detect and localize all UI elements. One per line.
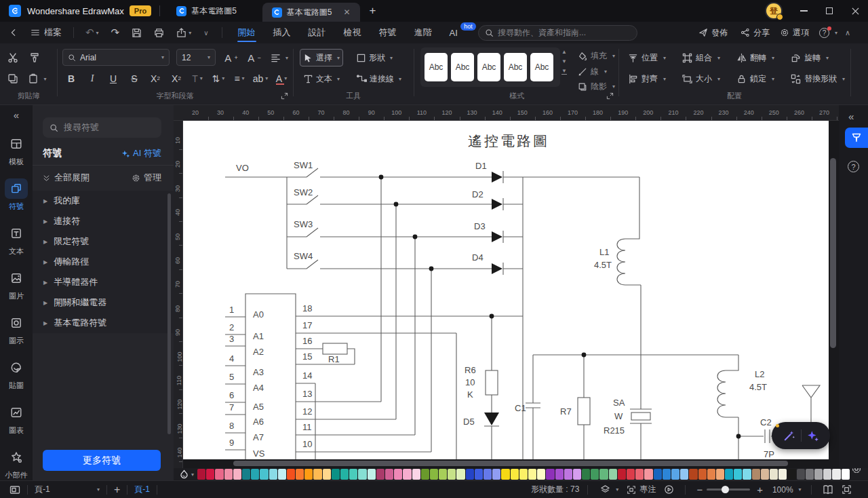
toolbar-more-button[interactable]: ∨ <box>197 22 214 43</box>
file-menu[interactable]: 檔案 <box>24 22 68 43</box>
bold-button[interactable]: B <box>62 70 80 87</box>
share-button[interactable]: 分享 <box>741 22 770 43</box>
color-swatch[interactable] <box>564 469 572 480</box>
size-button[interactable]: 大小▾ <box>682 71 720 86</box>
zoom-level-select[interactable]: 100%▾ <box>770 485 804 495</box>
panel-scrollbar[interactable] <box>167 193 171 434</box>
superscript-button[interactable]: X2 <box>146 70 164 87</box>
color-swatch[interactable] <box>287 469 295 480</box>
tool-select-button[interactable]: 選擇▾ <box>300 49 343 66</box>
back-button[interactable] <box>3 22 24 43</box>
color-swatch[interactable] <box>832 469 840 480</box>
lock-button[interactable]: 鎖定▾ <box>736 71 774 86</box>
color-swatch[interactable] <box>394 469 402 480</box>
color-swatch[interactable] <box>376 469 384 480</box>
manage-symbols-button[interactable]: 管理 <box>132 172 161 184</box>
color-swatch[interactable] <box>707 469 715 480</box>
color-swatch[interactable] <box>778 469 787 480</box>
drawing-page[interactable]: VOSW1SW2SW3SW4D1D2D3D4L14.5T123456789A0A… <box>183 121 829 459</box>
color-swatch[interactable] <box>197 469 205 480</box>
style-preset-5[interactable]: Abc <box>530 53 553 81</box>
expand-style-group-icon[interactable] <box>606 92 614 100</box>
symbol-search-input[interactable]: 搜尋符號 <box>43 117 161 138</box>
color-swatch[interactable] <box>823 469 831 480</box>
color-swatch[interactable] <box>698 469 707 480</box>
color-swatch[interactable] <box>635 469 644 480</box>
doc-tab-inactive[interactable]: 基本電路圖5 <box>168 0 245 22</box>
rotate-button[interactable]: 旋轉▾ <box>791 50 829 65</box>
color-swatch[interactable] <box>466 469 474 480</box>
zoom-knob[interactable] <box>722 486 729 493</box>
doc-tab-active[interactable]: 基本電路圖5 ✕ <box>262 3 360 22</box>
color-swatch[interactable] <box>439 469 447 480</box>
close-tab-icon[interactable]: ✕ <box>344 7 351 17</box>
color-swatch[interactable] <box>671 469 679 480</box>
magic-wand-icon[interactable] <box>783 429 795 442</box>
color-swatch[interactable] <box>215 469 223 480</box>
presentation-play-button[interactable] <box>660 484 678 495</box>
color-swatch[interactable] <box>599 469 608 480</box>
style-preset-scroll[interactable]: ▲▼▼ <box>561 49 567 75</box>
color-swatch[interactable] <box>233 469 241 480</box>
color-swatch[interactable] <box>323 469 331 480</box>
color-swatch[interactable] <box>296 469 304 480</box>
group-button[interactable]: 組合▾ <box>682 50 720 65</box>
align-button[interactable]: 對齊▾ <box>628 71 666 86</box>
subscript-button[interactable]: X2 <box>167 70 185 87</box>
color-swatch[interactable] <box>618 469 626 480</box>
font-size-select[interactable]: 12▾ <box>176 49 216 66</box>
format-painter-button[interactable] <box>26 49 43 66</box>
color-swatch[interactable] <box>475 469 483 480</box>
style-preset-2[interactable]: Abc <box>451 53 474 81</box>
color-swatch[interactable] <box>537 469 545 480</box>
menu-tab-home[interactable]: 開始 <box>229 22 264 43</box>
font-family-select[interactable]: Arial▾ <box>62 49 170 66</box>
symbol-category[interactable]: ▶限定符號 <box>33 231 174 252</box>
color-swatch[interactable] <box>412 469 420 480</box>
sidebar-item-textpanel[interactable]: 文本 <box>5 223 28 256</box>
align-button[interactable]: ▾ <box>267 49 292 66</box>
copy-button[interactable] <box>4 70 22 88</box>
color-swatch[interactable] <box>484 469 492 480</box>
page-overview-button[interactable] <box>0 484 27 495</box>
color-swatch[interactable] <box>313 469 321 480</box>
underline-button[interactable]: U <box>104 70 122 87</box>
color-swatch[interactable] <box>403 469 411 480</box>
symbol-category[interactable]: ▶半導體器件 <box>33 272 174 292</box>
redo-button[interactable]: ↷ <box>105 22 126 43</box>
ai-assistant-pill[interactable] <box>772 422 830 449</box>
color-swatch[interactable] <box>609 469 617 480</box>
more-symbols-button[interactable]: 更多符號 <box>43 450 161 471</box>
color-swatch[interactable] <box>814 469 823 480</box>
expand-font-group-icon[interactable] <box>281 92 288 100</box>
sidebar-item-widget[interactable]: 小部件 <box>5 447 28 480</box>
style-preset-3[interactable]: Abc <box>477 53 500 81</box>
color-swatch[interactable] <box>680 469 688 480</box>
paste-button[interactable]: ▾ <box>26 70 49 88</box>
color-swatch[interactable] <box>644 469 652 480</box>
char-spacing-button[interactable]: ab▾ <box>252 70 269 87</box>
color-swatch[interactable] <box>358 469 366 480</box>
color-swatch[interactable] <box>206 469 214 480</box>
color-swatch[interactable] <box>725 469 733 480</box>
strikethrough-button[interactable]: S <box>125 70 143 87</box>
symbol-category[interactable]: ▶開關和繼電器 <box>33 292 174 313</box>
sidebar-item-sticker[interactable]: 貼圖 <box>5 358 28 391</box>
minimize-button[interactable] <box>791 0 816 22</box>
focus-mode-button[interactable]: 專注 <box>623 484 660 495</box>
sidebar-item-template[interactable]: 模板 <box>5 134 28 167</box>
color-swatch[interactable] <box>224 469 233 480</box>
symbol-category[interactable]: ▶我的庫 <box>33 191 174 211</box>
color-swatch[interactable] <box>332 469 340 480</box>
zoom-in-button[interactable]: + <box>750 484 770 495</box>
color-swatch[interactable] <box>787 469 795 480</box>
color-swatch[interactable] <box>743 469 751 480</box>
color-swatch[interactable] <box>269 469 277 480</box>
new-tab-button[interactable]: + <box>370 4 376 18</box>
color-swatch[interactable] <box>842 469 850 480</box>
export-button[interactable]: ▾ <box>170 22 197 43</box>
line-button[interactable]: 線▾ <box>578 66 607 77</box>
layers-button[interactable]: ▾ <box>596 484 623 495</box>
save-button[interactable] <box>125 22 148 43</box>
color-swatch[interactable] <box>260 469 268 480</box>
